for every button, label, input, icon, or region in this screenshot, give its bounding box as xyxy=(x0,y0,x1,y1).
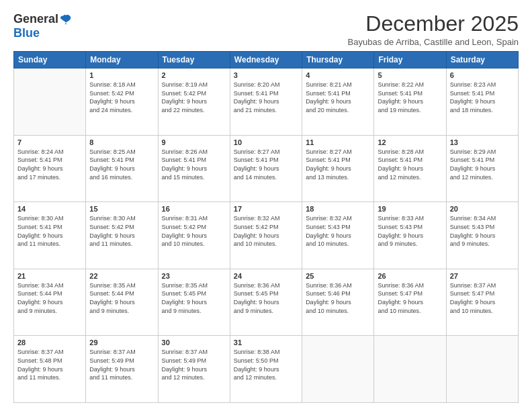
day-info: Sunrise: 8:36 AM Sunset: 5:45 PM Dayligh… xyxy=(234,281,298,315)
day-info: Sunrise: 8:30 AM Sunset: 5:42 PM Dayligh… xyxy=(89,214,154,248)
day-info: Sunrise: 8:34 AM Sunset: 5:44 PM Dayligh… xyxy=(17,281,82,315)
logo-general-text: General xyxy=(13,12,58,26)
calendar-page: General Blue December 2025 Bayubas de Ar… xyxy=(0,0,532,411)
table-row: 22Sunrise: 8:35 AM Sunset: 5:44 PM Dayli… xyxy=(86,269,158,336)
day-number: 21 xyxy=(17,272,82,280)
day-number: 20 xyxy=(450,205,515,213)
day-number: 7 xyxy=(17,138,82,146)
day-info: Sunrise: 8:24 AM Sunset: 5:41 PM Dayligh… xyxy=(17,148,82,181)
day-number: 4 xyxy=(306,71,370,79)
day-info: Sunrise: 8:34 AM Sunset: 5:43 PM Dayligh… xyxy=(450,214,515,248)
day-number: 19 xyxy=(378,205,442,213)
calendar-week-row: 28Sunrise: 8:37 AM Sunset: 5:48 PM Dayli… xyxy=(14,336,519,403)
table-row: 27Sunrise: 8:37 AM Sunset: 5:47 PM Dayli… xyxy=(446,269,518,336)
col-tuesday: Tuesday xyxy=(158,52,230,68)
day-info: Sunrise: 8:35 AM Sunset: 5:45 PM Dayligh… xyxy=(162,281,226,315)
calendar-table: Sunday Monday Tuesday Wednesday Thursday… xyxy=(13,51,519,403)
day-info: Sunrise: 8:36 AM Sunset: 5:46 PM Dayligh… xyxy=(306,281,370,315)
table-row: 28Sunrise: 8:37 AM Sunset: 5:48 PM Dayli… xyxy=(14,336,86,403)
calendar-week-row: 7Sunrise: 8:24 AM Sunset: 5:41 PM Daylig… xyxy=(14,135,519,202)
day-number: 14 xyxy=(17,205,82,213)
day-info: Sunrise: 8:38 AM Sunset: 5:50 PM Dayligh… xyxy=(234,348,298,381)
day-info: Sunrise: 8:37 AM Sunset: 5:49 PM Dayligh… xyxy=(89,348,154,381)
day-info: Sunrise: 8:20 AM Sunset: 5:41 PM Dayligh… xyxy=(234,81,298,114)
table-row: 11Sunrise: 8:27 AM Sunset: 5:41 PM Dayli… xyxy=(302,135,374,202)
day-info: Sunrise: 8:30 AM Sunset: 5:41 PM Dayligh… xyxy=(17,214,82,248)
day-number: 5 xyxy=(378,71,442,79)
day-info: Sunrise: 8:23 AM Sunset: 5:41 PM Dayligh… xyxy=(450,81,515,114)
day-number: 28 xyxy=(17,338,82,347)
day-info: Sunrise: 8:27 AM Sunset: 5:41 PM Dayligh… xyxy=(306,148,370,181)
col-sunday: Sunday xyxy=(14,52,86,68)
day-number: 15 xyxy=(89,205,154,213)
calendar-week-row: 21Sunrise: 8:34 AM Sunset: 5:44 PM Dayli… xyxy=(14,269,519,336)
col-friday: Friday xyxy=(374,52,446,68)
table-row: 13Sunrise: 8:29 AM Sunset: 5:41 PM Dayli… xyxy=(446,135,518,202)
day-number: 11 xyxy=(306,138,370,146)
table-row: 6Sunrise: 8:23 AM Sunset: 5:41 PM Daylig… xyxy=(446,68,518,136)
day-info: Sunrise: 8:27 AM Sunset: 5:41 PM Dayligh… xyxy=(234,148,298,181)
title-block: December 2025 Bayubas de Arriba, Castill… xyxy=(348,12,519,47)
day-number: 6 xyxy=(450,71,515,79)
col-monday: Monday xyxy=(86,52,158,68)
logo: General Blue xyxy=(13,12,72,40)
day-info: Sunrise: 8:35 AM Sunset: 5:44 PM Dayligh… xyxy=(89,281,154,315)
day-number: 25 xyxy=(306,272,370,280)
table-row: 19Sunrise: 8:33 AM Sunset: 5:43 PM Dayli… xyxy=(374,202,446,269)
day-number: 8 xyxy=(89,138,154,146)
table-row: 18Sunrise: 8:32 AM Sunset: 5:43 PM Dayli… xyxy=(302,202,374,269)
day-info: Sunrise: 8:37 AM Sunset: 5:47 PM Dayligh… xyxy=(450,281,515,315)
day-number: 12 xyxy=(378,138,442,146)
table-row: 4Sunrise: 8:21 AM Sunset: 5:41 PM Daylig… xyxy=(302,68,374,136)
month-title: December 2025 xyxy=(348,12,519,36)
day-number: 13 xyxy=(450,138,515,146)
table-row: 5Sunrise: 8:22 AM Sunset: 5:41 PM Daylig… xyxy=(374,68,446,136)
day-info: Sunrise: 8:29 AM Sunset: 5:41 PM Dayligh… xyxy=(450,148,515,181)
day-info: Sunrise: 8:26 AM Sunset: 5:41 PM Dayligh… xyxy=(162,148,226,181)
table-row: 24Sunrise: 8:36 AM Sunset: 5:45 PM Dayli… xyxy=(230,269,302,336)
day-number: 27 xyxy=(450,272,515,280)
col-wednesday: Wednesday xyxy=(230,52,302,68)
day-info: Sunrise: 8:22 AM Sunset: 5:41 PM Dayligh… xyxy=(378,81,442,114)
table-row: 7Sunrise: 8:24 AM Sunset: 5:41 PM Daylig… xyxy=(14,135,86,202)
day-number: 26 xyxy=(378,272,442,280)
table-row: 8Sunrise: 8:25 AM Sunset: 5:41 PM Daylig… xyxy=(86,135,158,202)
logo-bird-icon xyxy=(60,13,72,26)
table-row xyxy=(302,336,374,403)
day-info: Sunrise: 8:36 AM Sunset: 5:47 PM Dayligh… xyxy=(378,281,442,315)
table-row: 30Sunrise: 8:37 AM Sunset: 5:49 PM Dayli… xyxy=(158,336,230,403)
table-row: 9Sunrise: 8:26 AM Sunset: 5:41 PM Daylig… xyxy=(158,135,230,202)
day-number: 24 xyxy=(234,272,298,280)
logo-blue-text: Blue xyxy=(13,26,40,40)
table-row: 15Sunrise: 8:30 AM Sunset: 5:42 PM Dayli… xyxy=(86,202,158,269)
table-row: 16Sunrise: 8:31 AM Sunset: 5:42 PM Dayli… xyxy=(158,202,230,269)
day-info: Sunrise: 8:32 AM Sunset: 5:43 PM Dayligh… xyxy=(306,214,370,248)
day-number: 29 xyxy=(89,338,154,347)
table-row: 17Sunrise: 8:32 AM Sunset: 5:42 PM Dayli… xyxy=(230,202,302,269)
day-number: 2 xyxy=(162,71,226,79)
day-number: 18 xyxy=(306,205,370,213)
calendar-header-row: Sunday Monday Tuesday Wednesday Thursday… xyxy=(14,52,519,68)
col-saturday: Saturday xyxy=(446,52,518,68)
day-info: Sunrise: 8:18 AM Sunset: 5:42 PM Dayligh… xyxy=(89,81,154,114)
day-number: 23 xyxy=(162,272,226,280)
day-number: 3 xyxy=(234,71,298,79)
day-number: 1 xyxy=(89,71,154,79)
table-row: 2Sunrise: 8:19 AM Sunset: 5:42 PM Daylig… xyxy=(158,68,230,136)
table-row: 23Sunrise: 8:35 AM Sunset: 5:45 PM Dayli… xyxy=(158,269,230,336)
calendar-week-row: 14Sunrise: 8:30 AM Sunset: 5:41 PM Dayli… xyxy=(14,202,519,269)
day-info: Sunrise: 8:37 AM Sunset: 5:48 PM Dayligh… xyxy=(17,348,82,381)
day-number: 16 xyxy=(162,205,226,213)
day-info: Sunrise: 8:28 AM Sunset: 5:41 PM Dayligh… xyxy=(378,148,442,181)
day-info: Sunrise: 8:21 AM Sunset: 5:41 PM Dayligh… xyxy=(306,81,370,114)
table-row xyxy=(374,336,446,403)
table-row: 26Sunrise: 8:36 AM Sunset: 5:47 PM Dayli… xyxy=(374,269,446,336)
header: General Blue December 2025 Bayubas de Ar… xyxy=(13,12,519,47)
day-number: 9 xyxy=(162,138,226,146)
calendar-week-row: 1Sunrise: 8:18 AM Sunset: 5:42 PM Daylig… xyxy=(14,68,519,136)
table-row: 1Sunrise: 8:18 AM Sunset: 5:42 PM Daylig… xyxy=(86,68,158,136)
day-number: 17 xyxy=(234,205,298,213)
table-row: 21Sunrise: 8:34 AM Sunset: 5:44 PM Dayli… xyxy=(14,269,86,336)
day-info: Sunrise: 8:37 AM Sunset: 5:49 PM Dayligh… xyxy=(162,348,226,381)
table-row xyxy=(446,336,518,403)
